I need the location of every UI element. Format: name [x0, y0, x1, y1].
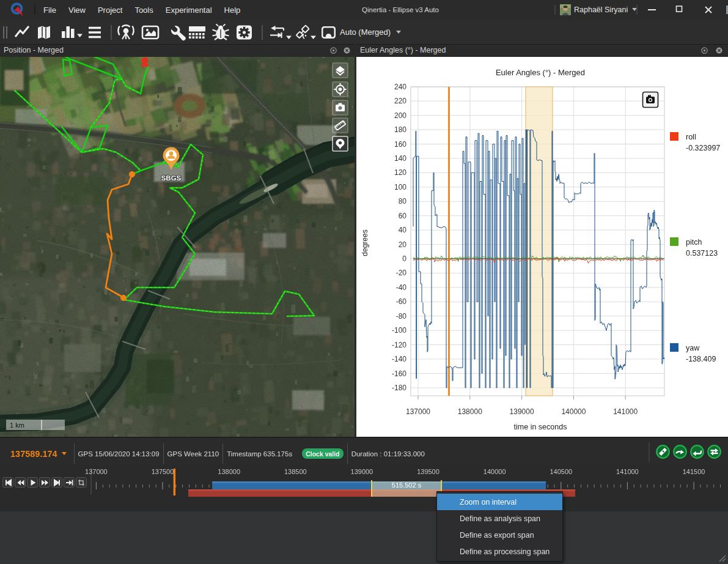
svg-text:180: 180: [394, 125, 406, 134]
svg-text:138500: 138500: [284, 468, 307, 475]
svg-text:time in seconds: time in seconds: [514, 423, 567, 431]
svg-text:-180: -180: [392, 384, 406, 392]
svg-text:pitch: pitch: [686, 238, 702, 247]
svg-text:20: 20: [399, 240, 407, 249]
svg-text:137000: 137000: [85, 468, 108, 475]
svg-text:141000: 141000: [613, 407, 638, 416]
svg-text:240: 240: [394, 83, 406, 91]
svg-text:160: 160: [394, 140, 406, 149]
svg-text:1 km: 1 km: [10, 421, 24, 429]
svg-text:0.537123: 0.537123: [686, 249, 718, 258]
svg-text:-40: -40: [396, 283, 407, 292]
svg-text:-0.323997: -0.323997: [686, 144, 720, 152]
svg-text:140000: 140000: [483, 468, 506, 475]
svg-text:200: 200: [394, 111, 406, 120]
svg-text:Euler Angles (°) - Merged: Euler Angles (°) - Merged: [496, 68, 585, 77]
svg-text:60: 60: [399, 212, 407, 220]
svg-text:-138.409: -138.409: [686, 355, 716, 363]
svg-text:139000: 139000: [351, 468, 373, 475]
svg-text:roll: roll: [686, 133, 696, 141]
svg-text:-140: -140: [392, 355, 406, 363]
svg-text:140500: 140500: [550, 468, 572, 475]
svg-text:80: 80: [399, 197, 407, 206]
svg-text:515.502 s: 515.502 s: [392, 481, 422, 489]
svg-text:220: 220: [394, 97, 406, 105]
svg-text:137000: 137000: [406, 407, 430, 416]
svg-text:139000: 139000: [510, 407, 534, 416]
svg-text:139500: 139500: [417, 468, 439, 475]
svg-text:100: 100: [394, 183, 406, 191]
svg-text:-100: -100: [392, 326, 406, 335]
svg-text:141000: 141000: [616, 468, 639, 475]
svg-text:degrees: degrees: [361, 229, 369, 256]
svg-text:40: 40: [399, 226, 407, 234]
svg-text:141500: 141500: [683, 468, 705, 475]
svg-text:138000: 138000: [458, 407, 482, 416]
svg-text:138000: 138000: [218, 468, 240, 475]
svg-text:140: 140: [394, 154, 406, 163]
svg-text:-80: -80: [396, 312, 407, 321]
svg-text:0: 0: [402, 254, 406, 263]
svg-text:120: 120: [394, 168, 406, 177]
svg-text:SBGS: SBGS: [161, 174, 182, 182]
svg-text:-120: -120: [392, 341, 406, 349]
svg-text:-20: -20: [396, 269, 407, 277]
svg-text:-60: -60: [396, 297, 407, 306]
svg-text:yaw: yaw: [686, 344, 700, 352]
svg-text:140000: 140000: [561, 407, 586, 416]
svg-text:137500: 137500: [152, 468, 174, 475]
svg-text:-160: -160: [392, 369, 406, 378]
